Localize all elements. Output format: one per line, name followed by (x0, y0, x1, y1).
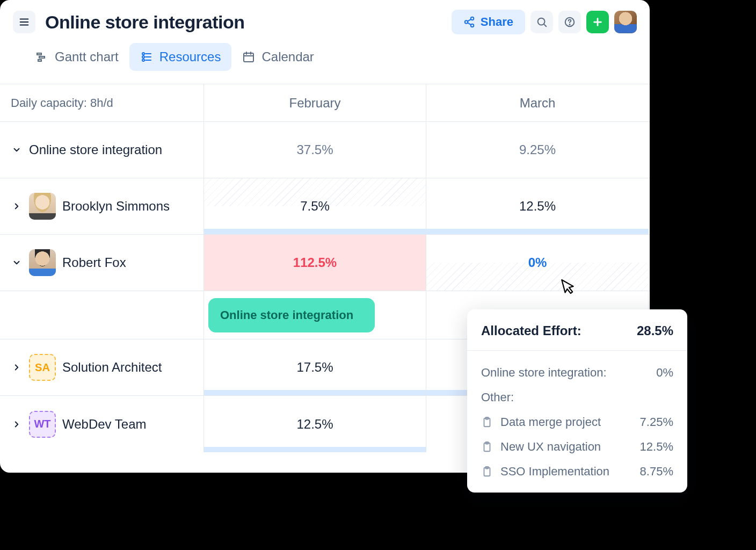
svg-line-6 (468, 19, 471, 21)
role-name-wt: WebDev Team (62, 417, 147, 432)
robert-feb: 112.5% (293, 255, 337, 270)
project-name: Online store integration (29, 142, 162, 157)
chevron-right-icon[interactable] (11, 361, 23, 373)
app-header: Online store integration Share (0, 0, 650, 39)
chevron-down-icon[interactable] (11, 144, 23, 156)
view-tabs: Gantt chart Resources Calendar (0, 39, 650, 84)
tab-calendar[interactable]: Calendar (231, 43, 324, 71)
tab-calendar-label: Calendar (261, 49, 314, 64)
tab-resources-label: Resources (159, 49, 221, 64)
page-title: Online store integration (45, 12, 442, 33)
month-col-0: February (204, 84, 426, 121)
svg-point-17 (142, 53, 144, 55)
menu-button[interactable] (13, 11, 35, 33)
role-name-sa: Solution Architect (62, 360, 162, 375)
project-row[interactable]: Online store integration 37.5% 9.25% (0, 122, 650, 178)
svg-rect-16 (38, 60, 41, 61)
share-label: Share (481, 15, 513, 29)
clipboard-icon (481, 466, 493, 477)
allocated-effort-popover: Allocated Effort: 28.5% Online store int… (467, 309, 687, 493)
task-bar-label: Online store integration (220, 308, 353, 322)
user-avatar[interactable] (614, 11, 637, 33)
popover-item-2-name: SSO Implementation (500, 465, 609, 479)
add-button[interactable] (586, 11, 609, 33)
popover-item-0-name: Data merge project (500, 415, 601, 429)
popover-item-1-value: 12.5% (640, 440, 673, 454)
tab-gantt-label: Gantt chart (55, 49, 119, 64)
tab-resources[interactable]: Resources (129, 43, 232, 71)
share-button[interactable]: Share (452, 10, 525, 34)
popover-other-label: Other: (481, 390, 514, 404)
popover-item-2-value: 8.75% (640, 465, 673, 479)
popover-item-1-name: New UX navigation (500, 440, 601, 454)
person-name-robert: Robert Fox (62, 255, 126, 270)
popover-this-project-value: 0% (656, 366, 673, 380)
role-chip-sa: SA (29, 354, 56, 381)
resources-icon (140, 50, 153, 63)
popover-item-0-value: 7.25% (640, 415, 673, 429)
search-icon (536, 16, 548, 28)
popover-item-0[interactable]: Data merge project 7.25% (481, 410, 673, 435)
chevron-right-icon[interactable] (11, 418, 23, 430)
clipboard-icon (481, 416, 493, 428)
hamburger-icon (18, 16, 30, 28)
svg-point-22 (142, 56, 144, 58)
project-feb: 37.5% (296, 142, 333, 157)
chevron-down-icon[interactable] (11, 257, 23, 269)
share-icon (463, 16, 475, 28)
tab-gantt[interactable]: Gantt chart (25, 43, 129, 71)
robert-mar[interactable]: 0% (528, 255, 547, 270)
search-button[interactable] (530, 11, 553, 33)
sa-feb: 17.5% (296, 360, 333, 375)
table-header-row: Daily capacity: 8h/d February March (0, 84, 650, 122)
month-col-1: March (426, 84, 649, 121)
popover-item-2[interactable]: SSO Implementation 8.75% (481, 459, 673, 484)
svg-rect-14 (37, 53, 41, 55)
help-icon (564, 16, 576, 28)
header-actions: Share (452, 10, 637, 34)
popover-item-1[interactable]: New UX navigation 12.5% (481, 435, 673, 459)
wt-feb: 12.5% (296, 417, 333, 432)
popover-total: 28.5% (637, 323, 673, 338)
svg-line-9 (544, 24, 546, 26)
brooklyn-feb: 7.5% (300, 199, 330, 214)
plus-icon (592, 16, 604, 28)
role-chip-wt: WT (29, 411, 56, 438)
svg-rect-15 (39, 56, 45, 58)
popover-title: Allocated Effort: (481, 323, 581, 338)
clipboard-icon (481, 441, 493, 453)
person-row-robert[interactable]: Robert Fox 112.5% 0% (0, 235, 650, 291)
svg-point-11 (569, 24, 570, 25)
svg-line-7 (468, 23, 471, 25)
avatar-robert (29, 249, 56, 276)
gantt-icon (35, 50, 48, 63)
svg-point-18 (142, 59, 144, 61)
help-button[interactable] (558, 11, 581, 33)
avatar-brooklyn (29, 193, 56, 220)
project-mar: 9.25% (519, 142, 556, 157)
svg-rect-23 (244, 53, 253, 62)
task-bar[interactable]: Online store integration (208, 298, 375, 332)
app-window: Online store integration Share Gantt ch (0, 0, 650, 473)
person-row-brooklyn[interactable]: Brooklyn Simmons 7.5% 12.5% (0, 178, 650, 235)
capacity-label: Daily capacity: 8h/d (0, 84, 204, 121)
popover-this-project-label: Online store integration: (481, 366, 607, 380)
brooklyn-mar: 12.5% (519, 199, 556, 214)
person-name-brooklyn: Brooklyn Simmons (62, 199, 170, 214)
calendar-icon (242, 50, 255, 63)
chevron-right-icon[interactable] (11, 200, 23, 212)
